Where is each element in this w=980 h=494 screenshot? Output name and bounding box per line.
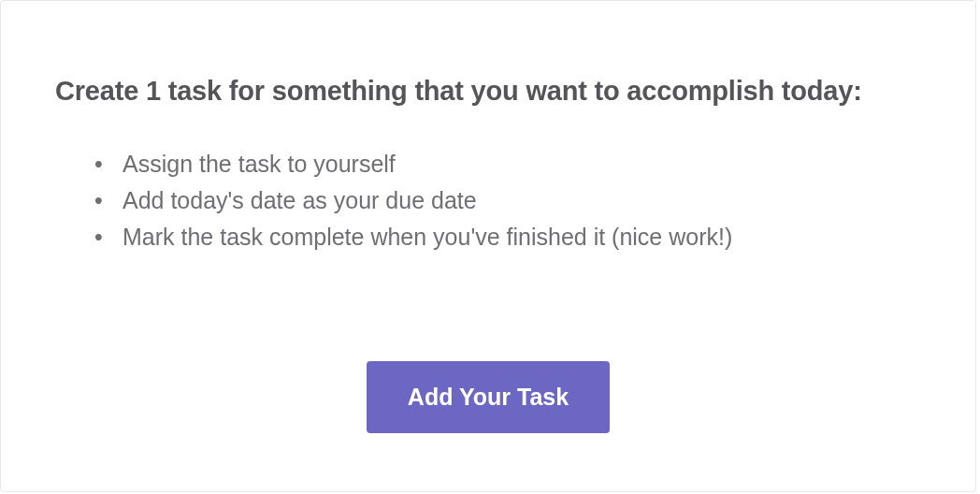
instruction-list: Assign the task to yourself Add today's … <box>55 146 921 254</box>
onboarding-card: Create 1 task for something that you wan… <box>0 0 976 492</box>
button-container: Add Your Task <box>55 361 921 454</box>
card-heading: Create 1 task for something that you wan… <box>55 76 921 107</box>
add-your-task-button[interactable]: Add Your Task <box>367 361 610 433</box>
list-item: Add today's date as your due date <box>94 182 921 219</box>
list-item: Mark the task complete when you've finis… <box>94 219 921 255</box>
list-item: Assign the task to yourself <box>94 146 921 182</box>
